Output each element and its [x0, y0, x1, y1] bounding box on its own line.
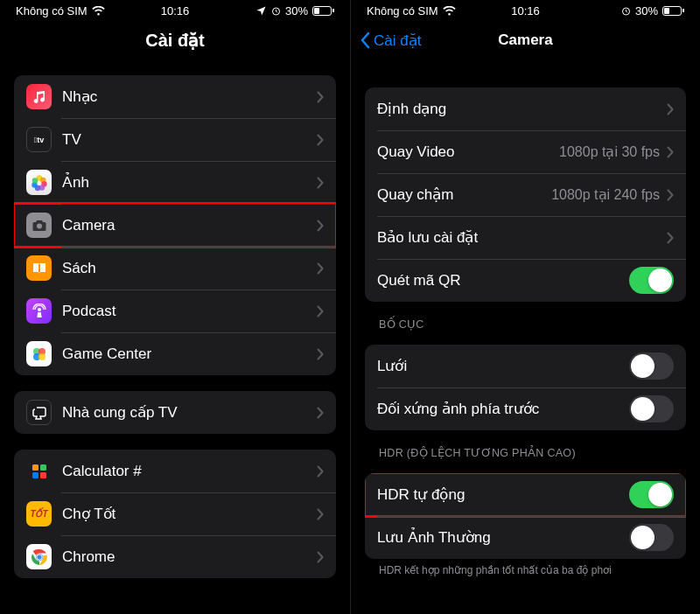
row-label: Định dạng	[377, 100, 667, 118]
chevron-right-icon	[317, 305, 324, 317]
row-label: Đối xứng ảnh phía trước	[377, 400, 629, 418]
row-label: Chrome	[62, 548, 317, 566]
wifi-icon	[92, 6, 105, 16]
group-header-hdr: HDR (Độ lệch tương phản cao)	[365, 430, 686, 464]
books-icon	[26, 255, 52, 281]
music-icon	[26, 84, 52, 109]
row-tv[interactable]: tv TV	[14, 118, 336, 161]
chevron-right-icon	[317, 220, 324, 232]
smart-hdr-toggle[interactable]	[629, 481, 674, 508]
row-label: Lưu Ảnh Thường	[377, 528, 629, 547]
row-label: Calculator #	[62, 463, 317, 480]
row-slo-mo[interactable]: Quay chậm 1080p tại 240 fps	[365, 173, 686, 216]
svg-point-7	[32, 178, 37, 183]
row-format[interactable]: Định dạng	[365, 87, 686, 130]
chotot-icon: TỐT	[26, 501, 52, 527]
status-time: 10:16	[161, 4, 190, 17]
row-label: Quét mã QR	[377, 272, 629, 290]
tvprovider-icon	[26, 400, 52, 425]
chevron-right-icon	[667, 146, 674, 158]
row-label: Game Center	[62, 345, 317, 363]
carrier-label: Không có SIM	[16, 4, 88, 17]
status-bar: Không có SIM 10:16 30%	[351, 0, 700, 21]
page-title: Cài đặt	[145, 30, 205, 51]
row-label: Nhạc	[62, 87, 317, 106]
chevron-right-icon	[317, 262, 324, 275]
row-label: Nhà cung cấp TV	[62, 403, 317, 422]
row-label: Chợ Tốt	[62, 505, 317, 523]
row-keep-normal[interactable]: Lưu Ảnh Thường	[365, 516, 686, 559]
row-value: 1080p tại 240 fps	[551, 186, 660, 203]
chevron-right-icon	[317, 407, 324, 419]
battery-icon	[312, 6, 334, 16]
chevron-right-icon	[667, 189, 674, 201]
row-photos[interactable]: Ảnh	[14, 161, 336, 204]
status-time: 10:16	[511, 4, 540, 17]
row-mirror[interactable]: Đối xứng ảnh phía trước	[365, 387, 686, 430]
gamecenter-icon	[26, 341, 52, 366]
chevron-right-icon	[667, 232, 674, 244]
row-smart-hdr[interactable]: HDR tự động	[365, 473, 686, 516]
camera-icon	[26, 213, 52, 238]
row-label: TV	[62, 131, 317, 149]
row-chrome[interactable]: Chrome	[14, 535, 336, 578]
carrier-label: Không có SIM	[367, 4, 438, 17]
svg-point-13	[38, 353, 46, 360]
wifi-icon	[443, 6, 456, 16]
alarm-icon	[271, 6, 281, 16]
row-tvprovider[interactable]: Nhà cung cấp TV	[14, 391, 336, 434]
screen-settings: Không có SIM 10:16 30% Cài đặt Nhạc tv …	[0, 0, 350, 614]
svg-point-9	[38, 308, 41, 311]
settings-content[interactable]: Nhạc tv TV Ảnh Camera Sách Podcast Game…	[0, 75, 350, 578]
scan-qr-toggle[interactable]	[629, 267, 674, 294]
back-button[interactable]: Cài đặt	[360, 31, 421, 50]
nav-header: Cài đặt	[0, 21, 350, 59]
screen-camera-settings: Không có SIM 10:16 30% Cài đặt Camera Đị…	[350, 0, 700, 614]
chevron-right-icon	[317, 508, 324, 520]
chevron-right-icon	[317, 465, 324, 478]
keep-normal-toggle[interactable]	[629, 524, 674, 551]
status-bar: Không có SIM 10:16 30%	[0, 0, 350, 21]
row-gamecenter[interactable]: Game Center	[14, 332, 336, 375]
chevron-right-icon	[317, 551, 324, 563]
row-record-video[interactable]: Quay Video 1080p tại 30 fps	[365, 130, 686, 173]
row-scan-qr[interactable]: Quét mã QR	[365, 259, 686, 302]
row-label: Ảnh	[62, 173, 317, 192]
row-label: Lưới	[377, 357, 629, 375]
battery-icon	[662, 6, 684, 16]
row-label: Quay chậm	[377, 185, 551, 204]
row-podcast[interactable]: Podcast	[14, 290, 336, 332]
row-books[interactable]: Sách	[14, 247, 336, 290]
alarm-icon	[621, 6, 631, 16]
chevron-right-icon	[317, 348, 324, 360]
row-grid[interactable]: Lưới	[365, 345, 686, 387]
battery-pct: 30%	[285, 4, 308, 17]
chevron-right-icon	[667, 103, 674, 115]
location-icon	[256, 6, 266, 16]
grid-toggle[interactable]	[629, 352, 674, 380]
group-header-layout: Bố cục	[365, 302, 686, 336]
row-music[interactable]: Nhạc	[14, 75, 336, 118]
row-label: Podcast	[62, 303, 317, 320]
row-label: Sách	[62, 260, 317, 277]
back-label: Cài đặt	[374, 31, 421, 50]
svg-rect-16	[32, 472, 38, 478]
chrome-icon	[26, 544, 52, 569]
mirror-toggle[interactable]	[629, 395, 674, 422]
photos-icon	[26, 170, 52, 195]
chevron-right-icon	[317, 134, 324, 146]
row-preserve[interactable]: Bảo lưu cài đặt	[365, 216, 686, 259]
svg-point-8	[37, 223, 42, 228]
row-chotot[interactable]: TỐT Chợ Tốt	[14, 492, 336, 535]
row-camera[interactable]: Camera	[14, 204, 336, 247]
row-label: Camera	[62, 217, 317, 234]
page-title: Camera	[498, 31, 552, 49]
svg-rect-14	[32, 464, 38, 471]
row-label: HDR tự động	[377, 485, 629, 504]
camera-content[interactable]: Định dạng Quay Video 1080p tại 30 fps Qu…	[351, 87, 700, 576]
row-calc[interactable]: Calculator #	[14, 450, 336, 492]
svg-rect-15	[40, 464, 46, 471]
row-label: Quay Video	[377, 143, 559, 161]
svg-rect-17	[40, 472, 46, 478]
row-value: 1080p tại 30 fps	[559, 143, 660, 160]
